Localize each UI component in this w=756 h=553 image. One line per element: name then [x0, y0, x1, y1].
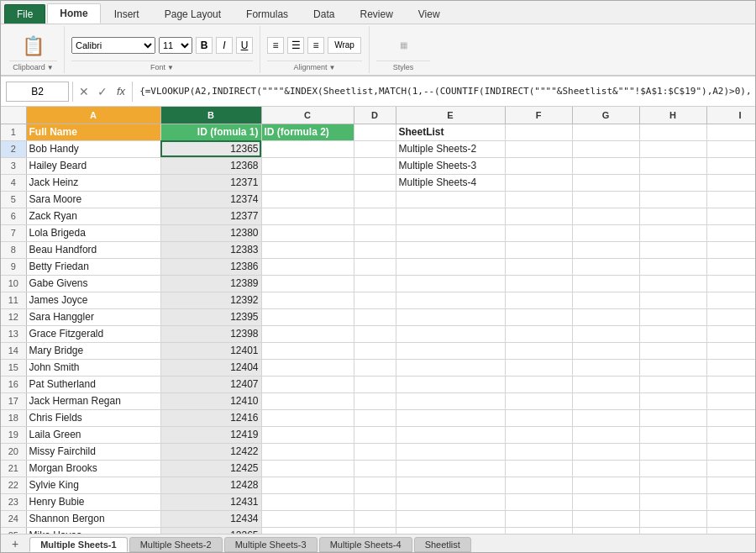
cell-col-i[interactable]: [706, 275, 755, 292]
row-num[interactable]: 20: [1, 443, 26, 460]
cell-col-c[interactable]: [261, 527, 354, 534]
cell-col-f[interactable]: [505, 224, 572, 241]
row-num[interactable]: 4: [1, 174, 26, 191]
wrap-text-button[interactable]: Wrap: [328, 37, 361, 54]
cell-col-b[interactable]: 12428: [160, 477, 261, 493]
cell-col-e[interactable]: [396, 376, 505, 392]
cell-col-h[interactable]: [639, 208, 706, 224]
cell-col-e[interactable]: Multiple Sheets-2: [396, 140, 505, 157]
cell-col-b[interactable]: 12386: [160, 258, 261, 275]
cell-col-i[interactable]: [706, 258, 755, 275]
cell-col-h[interactable]: [639, 443, 706, 460]
cell-col-f[interactable]: [505, 510, 572, 527]
cell-col-a[interactable]: Laila Green: [26, 426, 160, 443]
cell-col-d[interactable]: [354, 527, 396, 534]
col-header-f[interactable]: F: [505, 107, 572, 124]
row-num[interactable]: 24: [1, 510, 26, 527]
cell-col-d[interactable]: [354, 292, 396, 308]
fx-icon[interactable]: fx: [113, 85, 129, 97]
cell-col-c[interactable]: [261, 191, 354, 208]
cell-col-f[interactable]: [505, 426, 572, 443]
cell-col-c[interactable]: [261, 308, 354, 325]
cell-col-e[interactable]: [396, 477, 505, 493]
cell-col-b[interactable]: 12377: [160, 208, 261, 224]
cell-col-e[interactable]: [396, 224, 505, 241]
cell-col-g[interactable]: [572, 460, 639, 477]
cell-col-i[interactable]: [706, 224, 755, 241]
cell-col-h[interactable]: [639, 174, 706, 191]
cell-col-h[interactable]: [639, 477, 706, 493]
cell-col-b[interactable]: 12407: [160, 376, 261, 392]
font-expand-icon[interactable]: ▼: [167, 64, 174, 71]
cell-col-g[interactable]: [572, 443, 639, 460]
cell-col-c[interactable]: [261, 292, 354, 308]
cell-ref-input[interactable]: B2: [6, 82, 69, 102]
cell-col-d[interactable]: [354, 258, 396, 275]
cell-col-f[interactable]: [505, 258, 572, 275]
formula-input[interactable]: {=VLOOKUP(A2,INDIRECT(""""&INDEX(Sheetli…: [136, 84, 750, 98]
cell-col-d[interactable]: [354, 308, 396, 325]
sheet-tab[interactable]: Multiple Sheets-1: [29, 537, 127, 552]
cell-col-i[interactable]: [706, 140, 755, 157]
cell-col-i[interactable]: [706, 124, 755, 140]
cell-col-d[interactable]: [354, 359, 396, 376]
bold-button[interactable]: B: [196, 37, 213, 54]
row-num[interactable]: 5: [1, 191, 26, 208]
align-left-button[interactable]: ≡: [267, 37, 284, 54]
cell-col-f[interactable]: [505, 292, 572, 308]
row-num[interactable]: 22: [1, 477, 26, 493]
cell-col-g[interactable]: [572, 325, 639, 342]
cell-col-e[interactable]: [396, 308, 505, 325]
row-num[interactable]: 21: [1, 460, 26, 477]
cell-col-d[interactable]: [354, 376, 396, 392]
alignment-expand-icon[interactable]: ▼: [329, 64, 336, 71]
cell-col-d[interactable]: [354, 224, 396, 241]
cell-col-e[interactable]: [396, 292, 505, 308]
col-header-e[interactable]: E: [396, 107, 505, 124]
cell-col-a[interactable]: Jack Herman Regan: [26, 392, 160, 409]
cell-col-a[interactable]: Jack Heinz: [26, 174, 160, 191]
cell-col-e[interactable]: [396, 510, 505, 527]
cell-col-h[interactable]: [639, 258, 706, 275]
cell-col-d[interactable]: [354, 124, 396, 140]
cell-col-d[interactable]: [354, 477, 396, 493]
cell-col-c[interactable]: [261, 325, 354, 342]
cell-col-c[interactable]: [261, 376, 354, 392]
cell-col-h[interactable]: [639, 157, 706, 174]
cell-col-i[interactable]: [706, 342, 755, 359]
cell-col-e[interactable]: [396, 409, 505, 426]
cell-col-a[interactable]: Sylvie King: [26, 477, 160, 493]
cell-col-a[interactable]: Mary Bridge: [26, 342, 160, 359]
cell-col-a[interactable]: Pat Sutherland: [26, 376, 160, 392]
align-center-button[interactable]: ☰: [287, 37, 304, 54]
cell-col-e[interactable]: [396, 342, 505, 359]
cell-col-g[interactable]: [572, 477, 639, 493]
cell-col-c[interactable]: [261, 510, 354, 527]
cell-col-g[interactable]: [572, 191, 639, 208]
tab-page-layout[interactable]: Page Layout: [153, 5, 233, 24]
col-header-i[interactable]: I: [706, 107, 755, 124]
cell-col-g[interactable]: [572, 275, 639, 292]
row-num[interactable]: 8: [1, 241, 26, 258]
cell-col-g[interactable]: [572, 241, 639, 258]
cell-col-f[interactable]: [505, 527, 572, 534]
cell-col-f[interactable]: [505, 325, 572, 342]
cell-col-e[interactable]: [396, 258, 505, 275]
cell-col-e[interactable]: [396, 191, 505, 208]
col-header-c[interactable]: C: [261, 107, 354, 124]
cell-col-b[interactable]: 12389: [160, 275, 261, 292]
row-num[interactable]: 10: [1, 275, 26, 292]
cell-col-c[interactable]: [261, 258, 354, 275]
cell-col-g[interactable]: [572, 510, 639, 527]
cell-col-g[interactable]: [572, 409, 639, 426]
row-num[interactable]: 23: [1, 493, 26, 510]
cell-col-a[interactable]: Sara Moore: [26, 191, 160, 208]
cell-col-f[interactable]: [505, 443, 572, 460]
tab-home[interactable]: Home: [47, 3, 100, 24]
cell-col-d[interactable]: [354, 426, 396, 443]
cell-col-b[interactable]: 12434: [160, 510, 261, 527]
col-header-a[interactable]: A: [26, 107, 160, 124]
tab-add-sheet[interactable]: +: [4, 535, 26, 552]
cell-col-g[interactable]: [572, 493, 639, 510]
row-num[interactable]: 11: [1, 292, 26, 308]
